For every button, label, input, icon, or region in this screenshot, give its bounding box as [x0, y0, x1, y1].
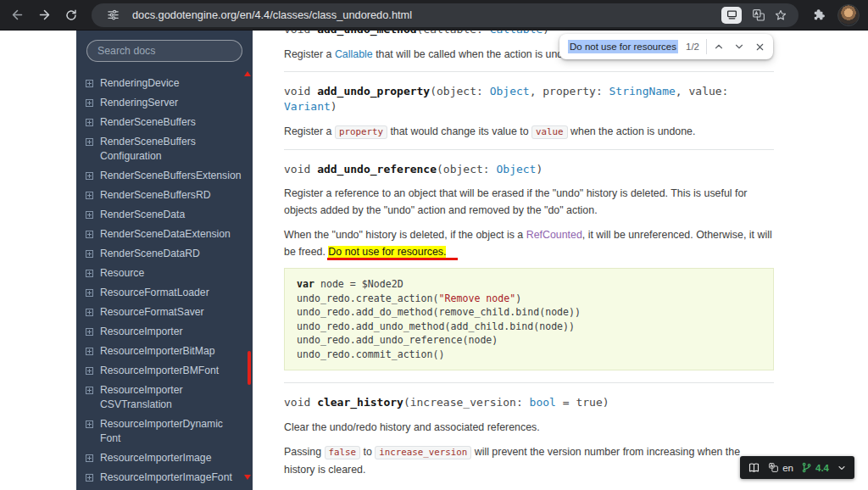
reload-icon [64, 8, 78, 22]
sidebar-item[interactable]: ResourceImporterImage [85, 448, 246, 468]
code-line: undo_redo.add_undo_method(add_child.bind… [297, 320, 761, 334]
sidebar-item[interactable]: ResourceImporter CSVTranslation [85, 381, 246, 415]
search-input[interactable] [86, 40, 242, 62]
expand-icon[interactable] [86, 474, 93, 482]
sidebar-item[interactable]: RenderSceneDataExtension [85, 225, 246, 244]
find-query-input[interactable]: Do not use for resources [568, 40, 678, 53]
sidebar-item-label: Resource [100, 266, 144, 281]
expand-icon[interactable] [86, 211, 93, 219]
rtd-flyout[interactable]: en 4.4 [740, 456, 854, 479]
expand-icon[interactable] [86, 454, 93, 462]
expand-icon[interactable] [86, 420, 93, 428]
expand-icon[interactable] [86, 328, 93, 336]
text-run: (increase_version: [403, 396, 530, 409]
sidebar-item[interactable]: RenderSceneBuffers Configuration [85, 132, 246, 166]
find-previous-button[interactable] [709, 36, 729, 57]
sidebar-item[interactable]: RenderSceneDataRD [85, 244, 246, 264]
text-run: , property: [530, 85, 609, 97]
method-name: add_undo_property [317, 85, 430, 97]
chevron-down-icon [733, 41, 745, 53]
browser-toolbar: docs.godotengine.org/en/4.4/classes/clas… [0, 0, 868, 31]
sidebar-item[interactable]: RenderSceneData [85, 205, 246, 225]
sidebar-item[interactable]: RenderSceneBuffersRD [85, 186, 246, 205]
sidebar-item[interactable]: ResourceImporterDynamic Font [85, 415, 246, 448]
sidebar-item[interactable]: RenderingDevice [85, 74, 246, 93]
expand-icon[interactable] [86, 250, 93, 258]
code-line: undo_redo.create_action("Remove node") [297, 292, 761, 306]
back-arrow-icon [10, 8, 25, 22]
site-controls-button[interactable] [102, 5, 124, 25]
method-name: add_undo_reference [317, 163, 437, 175]
scroll-up-arrow[interactable] [244, 71, 251, 76]
rtd-language-selector[interactable]: en [768, 462, 793, 473]
sidebar-item-label: RenderSceneDataRD [100, 247, 200, 261]
star-icon [774, 8, 787, 22]
method-signature-add-undo-reference: void add_undo_reference(object: Object) [284, 162, 774, 178]
expand-icon[interactable] [86, 367, 93, 375]
scroll-down-arrow[interactable] [244, 475, 251, 480]
sidebar-item-label: ResourceImporterImage [100, 451, 211, 465]
expand-icon[interactable] [86, 387, 93, 394]
expand-icon[interactable] [86, 192, 93, 199]
expand-icon[interactable] [86, 289, 93, 297]
sidebar-item[interactable]: Resource [85, 264, 246, 283]
text-run: Register a [284, 125, 335, 137]
url-text[interactable]: docs.godotengine.org/en/4.4/classes/clas… [132, 8, 721, 21]
chevron-down-icon[interactable] [837, 463, 847, 473]
expand-icon[interactable] [86, 80, 93, 87]
omnibox[interactable]: docs.godotengine.org/en/4.4/classes/clas… [92, 3, 798, 27]
find-close-button[interactable] [749, 36, 770, 57]
find-bar: Do not use for resources 1/2 [559, 34, 773, 59]
sidebar-item-label: ResourceImporterBMFont [100, 364, 219, 378]
type-link-variant[interactable]: Variant [284, 100, 331, 113]
expand-icon[interactable] [86, 270, 93, 277]
type-link-bool[interactable]: bool [530, 396, 556, 409]
scrollbar-thumb[interactable] [248, 351, 251, 385]
code-line: undo_redo.add_do_method(remove_child.bin… [297, 305, 761, 320]
type-link-refcounted[interactable]: RefCounted [526, 229, 582, 241]
sidebar-item[interactable]: ResourceImporterBitMap [85, 342, 246, 361]
code-line: var node = $Node2D [297, 277, 761, 292]
type-link-object[interactable]: Object [496, 163, 536, 175]
code-block: var node = $Node2Dundo_redo.create_actio… [284, 268, 774, 370]
translate-button[interactable] [748, 5, 770, 25]
sidebar-item[interactable]: ResourceFormatLoader [85, 283, 246, 303]
expand-icon[interactable] [86, 172, 93, 180]
text-run: when the action is undone. [568, 125, 696, 137]
type-link-callable[interactable]: Callable [335, 48, 373, 60]
extensions-button[interactable] [807, 3, 831, 27]
back-button[interactable] [5, 3, 29, 27]
expand-icon[interactable] [86, 138, 93, 146]
bookmark-button[interactable] [770, 5, 792, 25]
sidebar-item[interactable]: ResourceFormatSaver [85, 303, 246, 322]
sidebar-item-label: RenderingServer [100, 96, 178, 110]
sidebar-item[interactable]: ResourceImporter [85, 322, 246, 342]
expand-icon[interactable] [86, 99, 93, 107]
type-link-object[interactable]: Object [490, 85, 530, 97]
reading-mode-button[interactable] [721, 7, 742, 24]
forward-button[interactable] [32, 3, 56, 27]
text-run: void [284, 163, 317, 175]
type-link-stringname[interactable]: StringName [609, 85, 676, 97]
sidebar-item[interactable]: ResourceImporterBMFont [85, 361, 246, 381]
expand-icon[interactable] [86, 231, 93, 238]
sidebar-item[interactable]: ResourceImporterImageFont [85, 468, 246, 487]
paragraph: When the "undo" history is deleted, if t… [284, 226, 774, 260]
find-next-button[interactable] [729, 36, 749, 57]
expand-icon[interactable] [86, 119, 93, 126]
rtd-version-selector[interactable]: 4.4 [801, 462, 829, 473]
sidebar-class-list: RenderingDeviceRenderingServerRenderScen… [76, 74, 253, 487]
sidebar-item[interactable]: RenderSceneBuffersExtension [85, 166, 246, 186]
expand-icon[interactable] [86, 348, 93, 355]
sidebar-item-label: ResourceFormatLoader [100, 286, 209, 300]
reload-button[interactable] [59, 3, 83, 27]
sidebar-item[interactable]: RenderSceneBuffers [85, 113, 246, 132]
text-run: ) [536, 163, 542, 175]
sidebar-item[interactable]: RenderingServer [85, 93, 246, 113]
expand-icon[interactable] [86, 309, 93, 316]
code-line: undo_redo.commit_action() [297, 348, 761, 362]
method-signature-clear-history: void clear_history(increase_version: boo… [284, 395, 774, 411]
chevron-up-icon [713, 41, 725, 53]
profile-avatar[interactable] [837, 4, 860, 26]
sidebar-item-label: RenderSceneDataExtension [100, 227, 231, 242]
